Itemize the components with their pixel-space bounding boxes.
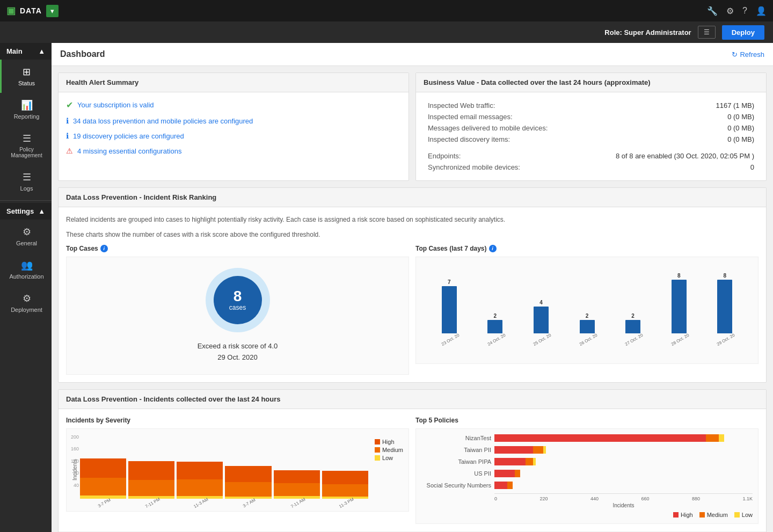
xlabel-3: 26 Oct. 20 — [566, 336, 609, 342]
user-icon[interactable]: 👤 — [756, 6, 767, 16]
policy-bars-0 — [494, 434, 753, 442]
legend-medium: Medium — [375, 447, 403, 453]
policy-icon: ☰ — [23, 133, 31, 144]
sidebar-item-deployment[interactable]: ⚙ Deployment — [0, 286, 52, 319]
health-alert-card: Health Alert Summary ✔ Your subscription… — [58, 72, 409, 181]
policies-x-0: 0 — [494, 496, 497, 501]
policy-name-2: Taiwan PIPA — [421, 458, 491, 465]
help-icon[interactable]: ? — [742, 6, 747, 16]
bar-xaxis: 23 Oct. 20 24 Oct. 20 25 Oct. 20 — [422, 333, 752, 342]
risk-ranking-header: Data Loss Prevention - Incident Risk Ran… — [59, 188, 766, 207]
severity-chart-wrapper: Incidents 200 160 120 80 40 — [66, 428, 409, 512]
bar-val-2: 4 — [539, 300, 543, 305]
logs-icon: ☰ — [23, 171, 31, 183]
bv-value-email: 0 (0 MB) — [580, 111, 759, 122]
bv-label-web: Inspected Web traffic: — [424, 100, 580, 111]
topbar-left: ▣ DATA ▾ — [6, 5, 59, 17]
policies-x-4: 880 — [692, 496, 700, 501]
authorization-icon: 👥 — [21, 259, 33, 271]
sidebar-item-logs[interactable]: ☰ Logs — [0, 165, 52, 198]
policy-high-2 — [494, 458, 526, 465]
sidebar-divider — [0, 200, 52, 201]
policies-link[interactable]: 34 data loss prevention and mobile polic… — [73, 117, 253, 125]
bv-value-sync: 0 — [580, 162, 759, 173]
policies-chart: NizanTest Taiwan PII — [415, 428, 759, 524]
policy-high-3 — [494, 470, 515, 477]
top-cases-info-icon[interactable]: i — [100, 245, 108, 252]
bv-value-discovery: 0 (0 MB) — [580, 134, 759, 145]
policy-name-0: NizanTest — [421, 435, 491, 441]
bar-4 — [625, 320, 640, 333]
sidebar-item-policy-label: Policy Management — [4, 147, 49, 158]
topbar: ▣ DATA ▾ 🔧 ⚙ ? 👤 — [0, 0, 773, 21]
policy-name-3: US PII — [421, 470, 491, 477]
legend-medium-label: Medium — [382, 447, 403, 453]
sidebar-settings-header[interactable]: Settings ▲ — [0, 203, 52, 220]
sidebar: Main ▲ ⊞ Status 📊 Reporting ☰ Policy Man… — [0, 43, 52, 532]
tools-icon[interactable]: 🔧 — [707, 6, 718, 16]
discovery-link[interactable]: 19 discovery policies are configured — [73, 132, 184, 140]
subscription-link[interactable]: Your subscription is valid — [77, 101, 154, 109]
sidebar-item-reporting[interactable]: 📊 Reporting — [0, 93, 52, 126]
legend-low-label: Low — [382, 455, 393, 461]
sidebar-item-general[interactable]: ⚙ General — [0, 220, 52, 253]
sev-high-2 — [177, 462, 223, 479]
sidebar-item-status[interactable]: ⊞ Status — [0, 60, 52, 93]
bar-val-4: 2 — [631, 313, 635, 319]
policy-med-4 — [507, 482, 513, 489]
risk-desc-2: These charts show the number of cases wi… — [66, 230, 759, 239]
role-label: Role: — [604, 28, 622, 37]
xlabel-6: 29 Oct. 20 — [703, 336, 746, 342]
app-logo: ▣ — [6, 5, 16, 17]
policies-x-5: 1.1K — [742, 496, 753, 501]
rolebar: Role: Super Administrator ☰ Deploy — [0, 21, 773, 43]
bar-3 — [580, 320, 595, 333]
circle-subtitle-line2: 29 Oct. 2020 — [217, 353, 257, 361]
sidebar-main-header[interactable]: Main ▲ — [0, 43, 52, 60]
sidebar-item-general-label: General — [16, 240, 37, 246]
policy-low-1 — [543, 446, 546, 454]
app-dropdown[interactable]: ▾ — [46, 5, 59, 17]
bar-group-5: 8 — [658, 273, 701, 333]
top-cases-label: Top Cases i — [66, 245, 409, 252]
pol-legend-high-dot — [673, 512, 679, 518]
sidebar-item-authorization[interactable]: 👥 Authorization — [0, 253, 52, 286]
policy-low-0 — [719, 434, 724, 442]
policy-row-3: US PII — [421, 470, 753, 477]
bar-val-0: 7 — [448, 279, 451, 285]
status-icon: ⊞ — [23, 66, 31, 78]
circle-number: 8 — [234, 289, 242, 304]
top-cases-7days-info-icon[interactable]: i — [489, 245, 497, 252]
sidebar-main-label: Main — [6, 47, 23, 55]
severity-ylabel: Incidents — [72, 459, 78, 480]
settings-icon[interactable]: ⚙ — [726, 6, 734, 16]
business-value-table: Inspected Web traffic: 1167 (1 MB) Inspe… — [424, 100, 759, 173]
sev-high-0 — [80, 458, 126, 478]
policy-row-0: NizanTest — [421, 434, 753, 442]
policies-xaxis: 0 220 440 660 880 1.1K — [494, 493, 753, 501]
bv-row-endpoints: Endpoints: 8 of 8 are enabled (30 Oct. 2… — [424, 150, 759, 162]
refresh-button[interactable]: ↻ Refresh — [732, 50, 764, 59]
severity-chart-inner: 200 160 120 80 40 — [80, 434, 368, 506]
severity-label: Incidents by Severity — [66, 417, 409, 424]
bv-label-discovery: Inspected discovery items: — [424, 134, 580, 145]
policies-x-3: 660 — [641, 496, 649, 501]
missing-link[interactable]: 4 missing essential configurations — [77, 147, 181, 155]
health-item-missing: ⚠ 4 missing essential configurations — [66, 147, 401, 155]
rolebar-icon-button[interactable]: ☰ — [698, 26, 716, 39]
xlabel-5: 28 Oct. 20 — [658, 336, 701, 342]
deploy-button[interactable]: Deploy — [722, 25, 764, 40]
circle-outer: 8 cases — [206, 268, 270, 332]
policies-x-1: 220 — [539, 496, 548, 501]
sidebar-item-policy[interactable]: ☰ Policy Management — [0, 126, 52, 165]
health-business-row: Health Alert Summary ✔ Your subscription… — [58, 72, 767, 181]
policy-med-1 — [533, 446, 543, 454]
pol-legend-medium: Medium — [699, 512, 728, 518]
top-cases-col: Top Cases i 8 cases — [66, 245, 409, 375]
bar-group-6: 8 — [703, 273, 746, 333]
severity-col: Incidents by Severity Incidents 200 160 … — [66, 417, 409, 524]
bv-value-mobile: 0 (0 MB) — [580, 122, 759, 134]
role-text: Role: Super Administrator — [604, 28, 691, 37]
sidebar-item-reporting-label: Reporting — [14, 113, 40, 120]
pol-legend-high-label: High — [681, 512, 693, 518]
